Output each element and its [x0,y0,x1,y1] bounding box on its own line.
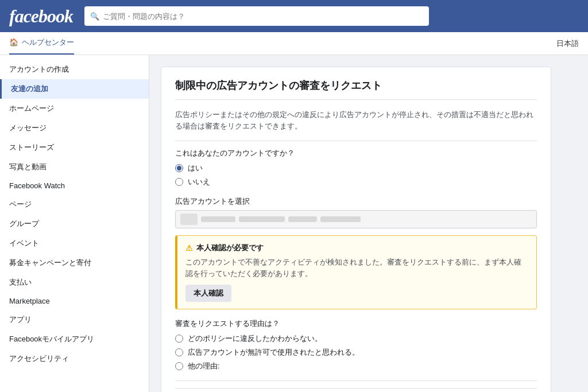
warning-title: ⚠ 本人確認が必要です [185,243,528,253]
divider-2 [175,381,537,381]
search-icon: 🔍 [90,12,99,21]
home-icon: 🏠 [9,38,18,48]
header: facebook 🔍 [0,0,588,32]
sidebar-item-6[interactable]: Facebook Watch [0,177,149,195]
radio-yes-label: はい [188,163,203,173]
sidebar-item-14[interactable]: Facebookモバイルアプリ [0,329,149,349]
radio-no[interactable]: いいえ [175,177,537,187]
sub-header: 🏠 ヘルプセンター 日本語 [0,32,588,55]
reason-label-2: 他の理由: [188,361,220,371]
sidebar-item-9[interactable]: イベント [0,234,149,253]
search-bar: 🔍 [84,6,429,26]
reason-label-0: どのポリシーに違反したかわからない。 [188,333,322,344]
account-radio-group: はい いいえ [175,163,537,187]
sidebar-item-11[interactable]: 支払い [0,273,149,292]
submit-area: 送信 [175,388,537,392]
reason-item-2[interactable]: 他の理由: [175,361,537,371]
blur-text-3 [288,216,317,222]
blurred-account-info [180,214,532,225]
sidebar-item-10[interactable]: 募金キャンペーンと寄付 [0,253,149,273]
blur-text-4 [320,216,361,222]
reason-options: どのポリシーに違反したかわからない。広告アカウントが無許可で使用されたと思われる… [175,333,537,371]
logo: facebook [9,6,73,27]
radio-yes[interactable]: はい [175,163,537,173]
account-question: これはあなたのアカウントですか？ [175,148,537,158]
sidebar-item-13[interactable]: アプリ [0,310,149,329]
warning-title-text: 本人確認が必要です [196,243,264,253]
layout: アカウントの作成友達の追加ホームページメッセージストーリーズ写真と動画Faceb… [0,55,588,392]
warning-box: ⚠ 本人確認が必要です このアカウントで不善なアクティビティが検知されました。審… [175,235,537,309]
reason-label: 審査をリクエストする理由は？ [175,319,537,329]
blur-avatar [180,214,198,225]
select-label: 広告アカウントを選択 [175,196,537,207]
blur-text-1 [201,216,235,222]
account-select[interactable] [175,210,537,228]
main-content: 制限中の広告アカウントの審査をリクエスト 広告ポリシーまたはその他の規定への違反… [149,55,588,392]
sidebar-item-4[interactable]: ストーリーズ [0,138,149,157]
reason-label-1: 広告アカウントが無許可で使用されたと思われる。 [188,347,359,358]
warning-icon: ⚠ [185,243,193,253]
help-center-label: ヘルプセンター [22,37,74,49]
sidebar: アカウントの作成友達の追加ホームページメッセージストーリーズ写真と動画Faceb… [0,55,149,392]
reason-radio-1[interactable] [175,348,183,356]
verify-button[interactable]: 本人確認 [185,285,231,302]
blur-text-2 [239,216,285,222]
sidebar-item-1[interactable]: 友達の追加 [0,79,149,99]
help-center-nav[interactable]: 🏠 ヘルプセンター [9,32,74,55]
sidebar-item-15[interactable]: アクセシビリティ [0,349,149,368]
divider-1 [175,141,537,141]
sidebar-item-0[interactable]: アカウントの作成 [0,60,149,79]
reason-radio-2[interactable] [175,362,183,370]
reason-item-1[interactable]: 広告アカウントが無許可で使用されたと思われる。 [175,347,537,358]
sidebar-item-8[interactable]: グループ [0,214,149,234]
radio-yes-input[interactable] [175,164,183,172]
description: 広告ポリシーまたはその他の規定への違反により広告アカウントが停止され、その措置は… [175,109,537,131]
sidebar-item-7[interactable]: ページ [0,195,149,214]
radio-no-input[interactable] [175,178,183,186]
sidebar-item-12[interactable]: Marketplace [0,292,149,310]
search-input[interactable] [84,6,429,26]
reason-item-0[interactable]: どのポリシーに違反したかわからない。 [175,333,537,344]
sidebar-item-2[interactable]: ホームページ [0,99,149,118]
page-title: 制限中の広告アカウントの審査をリクエスト [175,79,537,100]
content-card: 制限中の広告アカウントの審査をリクエスト 広告ポリシーまたはその他の規定への違反… [161,67,551,392]
radio-no-label: いいえ [188,177,210,187]
language-selector[interactable]: 日本語 [556,38,579,49]
warning-desc: このアカウントで不善なアクティビティが検知されました。審査をリクエストする前に、… [185,257,528,279]
sidebar-item-3[interactable]: メッセージ [0,118,149,138]
reason-radio-0[interactable] [175,335,183,343]
sidebar-item-5[interactable]: 写真と動画 [0,157,149,177]
